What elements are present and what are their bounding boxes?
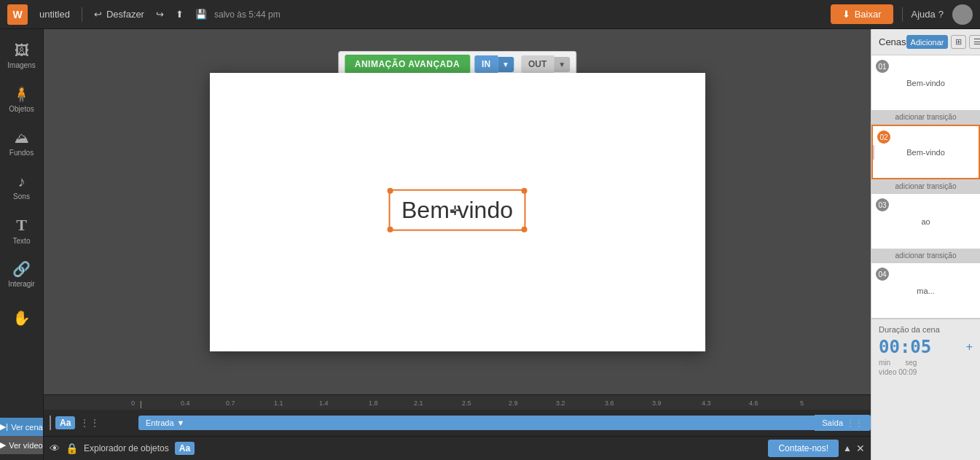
scene-thumbnail-3[interactable]: 03 ao xyxy=(871,194,980,249)
add-transition-2[interactable]: adicionar transição xyxy=(871,179,980,193)
app-logo: W xyxy=(7,4,28,25)
scene-item-1: 01 Bem-vindo adicionar transição xyxy=(871,55,980,125)
top-bar: W untitled ↩ Desfazer ↪ ⬆ 💾 salvo às 5:4… xyxy=(0,0,980,29)
out-control: OUT ▼ xyxy=(518,55,570,73)
images-icon: 🖼 xyxy=(15,42,29,59)
divider-2 xyxy=(902,7,903,22)
right-panel: Cenas Adicionar ⊞ ☰ 01 Bem-vindo adicion… xyxy=(871,29,980,460)
texto-icon: T xyxy=(16,216,27,235)
scene-thumb-text-3: ao xyxy=(921,217,930,226)
left-sidebar: 🖼 Imagens 🧍 Objetos ⛰ Fundos ♪ Sons T Te… xyxy=(0,29,44,460)
in-button[interactable]: IN xyxy=(474,55,498,73)
center-area: ANIMAÇÃO AVANÇADA IN ▼ OUT ▼ 🔗 Myriad ▼ xyxy=(44,29,871,460)
grid-view-button[interactable]: ⊞ xyxy=(951,35,966,49)
add-transition-3[interactable]: adicionar transição xyxy=(871,249,980,262)
share-button[interactable]: ⬆ xyxy=(176,9,184,20)
sidebar-item-interagir[interactable]: 🔗 Interagir xyxy=(1,254,42,295)
text-content: Bem-vindo xyxy=(401,196,513,223)
help-button[interactable]: Ajuda ? xyxy=(912,9,944,20)
scene-nav-arrow[interactable]: ◀ xyxy=(871,145,874,160)
sidebar-item-objetos[interactable]: 🧍 Objetos xyxy=(1,79,42,120)
duration-increase-button[interactable]: + xyxy=(966,340,973,354)
text-element[interactable]: Bem-vindo ✛ xyxy=(388,189,526,230)
sidebar-item-fundos[interactable]: ⛰ Fundos xyxy=(1,122,42,163)
play-icon: ▶| xyxy=(0,422,8,432)
scenes-actions: Adicionar ⊞ ☰ xyxy=(906,35,980,49)
interagir-icon: 🔗 xyxy=(12,260,31,278)
undo-button[interactable]: ↩ Desfazer xyxy=(94,9,144,20)
ver-video-button[interactable]: ▶ Ver vídeo xyxy=(0,436,43,454)
scene-thumbnail-1[interactable]: 01 Bem-vindo xyxy=(871,55,980,110)
redo-icon: ↪ xyxy=(156,9,164,20)
resize-handle-bottom-left[interactable] xyxy=(387,226,393,232)
scene-thumb-text-2: Bem-vindo xyxy=(906,148,945,157)
visibility-icon[interactable]: 👁 xyxy=(50,443,60,454)
close-icon[interactable]: ✕ xyxy=(856,443,865,454)
redo-button[interactable]: ↪ xyxy=(156,9,164,20)
resize-handle-top-right[interactable] xyxy=(522,187,528,193)
scene-thumbnail-4[interactable]: 04 ma... xyxy=(871,263,980,318)
scene-thumbnail-2[interactable]: ◀ 02 Bem-vindo xyxy=(871,125,980,179)
objects-icon: 🧍 xyxy=(12,85,31,103)
track-bar[interactable] xyxy=(192,416,815,430)
user-avatar[interactable] xyxy=(952,4,973,25)
list-view-button[interactable]: ☰ xyxy=(969,35,980,49)
undo-icon: ↩ xyxy=(94,9,102,20)
bottom-right: Contate-nos! ▲ ✕ xyxy=(768,440,865,457)
contact-button[interactable]: Contate-nos! xyxy=(768,440,839,457)
saida-button[interactable]: Saída ⋮⋮ xyxy=(815,415,871,431)
mover-icon: ✋ xyxy=(12,309,31,327)
timeline-track-row: Aa ⋮⋮ Entrada ▼ Saída ⋮⋮ xyxy=(44,410,871,436)
sidebar-item-texto[interactable]: T Texto xyxy=(1,210,42,251)
add-scene-button[interactable]: Adicionar xyxy=(906,35,949,49)
track-handle-left[interactable]: ⋮⋮ xyxy=(79,417,100,429)
download-button[interactable]: ⬇ Baixar xyxy=(831,4,893,24)
scene-number-3: 03 xyxy=(876,198,889,211)
canvas-area: ANIMAÇÃO AVANÇADA IN ▼ OUT ▼ 🔗 Myriad ▼ xyxy=(44,29,871,394)
sidebar-item-sons[interactable]: ♪ Sons xyxy=(1,166,42,207)
scenes-header: Cenas Adicionar ⊞ ☰ xyxy=(871,29,980,55)
seg-label: seg xyxy=(905,359,917,367)
saida-handle[interactable]: ⋮⋮ xyxy=(846,418,863,428)
expand-icon[interactable]: ▲ xyxy=(843,443,852,453)
divider-1 xyxy=(82,7,82,22)
add-transition-1[interactable]: adicionar transição xyxy=(871,110,980,124)
timeline-area: | 0 0.4 0.7 1.1 1.4 1.8 2.1 2.5 2.9 3.2 … xyxy=(44,394,871,460)
scene-item-2: ◀ 02 Bem-vindo adicionar transição xyxy=(871,125,980,194)
timeline-track-label: Aa ⋮⋮ xyxy=(44,416,138,430)
bottom-bar: 👁 🔒 Explorador de objetos Aa Contate-nos… xyxy=(44,436,871,460)
entrada-button[interactable]: Entrada ▼ xyxy=(138,416,192,430)
entrada-dropdown[interactable]: ▼ xyxy=(177,418,185,427)
document-title[interactable]: untitled xyxy=(39,9,70,20)
sons-icon: ♪ xyxy=(18,174,26,190)
sidebar-item-imagens[interactable]: 🖼 Imagens xyxy=(1,35,42,76)
sidebar-item-mover[interactable]: ✋ xyxy=(1,297,42,338)
scene-item-3: 03 ao adicionar transição xyxy=(871,194,980,263)
scene-number-2: 02 xyxy=(877,130,890,144)
advanced-animation-button[interactable]: ANIMAÇÃO AVANÇADA xyxy=(345,55,470,74)
lock-icon[interactable]: 🔒 xyxy=(66,443,78,454)
out-button[interactable]: OUT xyxy=(521,55,554,73)
resize-handle-top-left[interactable] xyxy=(387,187,393,193)
timeline-track[interactable]: Entrada ▼ Saída ⋮⋮ xyxy=(138,413,871,433)
min-label: min xyxy=(879,359,890,367)
resize-handle-bottom-right[interactable] xyxy=(522,226,528,232)
out-dropdown[interactable]: ▼ xyxy=(554,57,570,72)
scenes-title: Cenas xyxy=(879,36,906,47)
fundos-icon: ⛰ xyxy=(15,130,29,147)
explorer-label: Explorador de objetos xyxy=(84,443,169,453)
track-type-badge: Aa xyxy=(55,416,75,429)
save-button[interactable]: 💾 salvo às 5:44 pm xyxy=(195,9,281,20)
scene-item-4: 04 ma... xyxy=(871,263,980,319)
duration-label: Duração da cena xyxy=(879,325,973,334)
in-dropdown[interactable]: ▼ xyxy=(498,57,514,72)
canvas[interactable]: Bem-vindo ✛ xyxy=(210,73,705,351)
in-control: IN ▼ xyxy=(474,55,514,73)
play-icon-2: ▶ xyxy=(0,440,6,450)
duration-units: min seg xyxy=(879,359,973,367)
timeline-marker xyxy=(50,416,51,430)
ver-cena-button[interactable]: ▶| Ver cena xyxy=(0,418,43,436)
scene-number-1: 01 xyxy=(876,60,889,73)
scene-thumb-text-4: ma... xyxy=(917,286,934,295)
main-layout: 🖼 Imagens 🧍 Objetos ⛰ Fundos ♪ Sons T Te… xyxy=(0,29,980,460)
